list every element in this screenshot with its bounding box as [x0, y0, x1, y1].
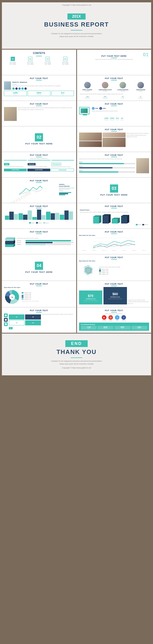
slide-11-left-text-content: eaque ipsa quae ab illo inventore verita…: [42, 314, 74, 315]
annual-sales-title: ANNUALSALES REPORT: [59, 184, 74, 188]
image-col-2: [102, 132, 126, 147]
slide-05-right-text-col: eaque ipsa quae ab illo inventore verita…: [79, 158, 135, 173]
bar-lbl-5: Column 5: [65, 220, 69, 222]
r-stat-c-2: [99, 270, 101, 272]
monitor-icon: [79, 107, 90, 114]
annual-bar-1: [59, 192, 71, 193]
slide-10-left-chart-title: Data Chart On The Years: [4, 287, 74, 288]
pie-t-2: Category 2: 20%: [24, 294, 31, 295]
r-stat-t-4: Category 4: 58%: [102, 274, 108, 275]
slides-row-8: PUT YOUR TEXT: [2, 228, 151, 254]
stat-box-1: 128K Followers: [4, 91, 27, 96]
contents-label-03: PUT YOURTEXT HERE: [44, 62, 51, 65]
ps4: 64Projects: [132, 96, 149, 98]
social-tw: t Twitter: [115, 315, 120, 322]
twitter-count: 128K: [95, 108, 98, 109]
slide-08-right: PUT YOUR TEXT Data Chart On The Years Co…: [77, 228, 151, 254]
pie-l-2: Category 2: 20%: [22, 294, 74, 295]
end-subtitle: Suitable for all categories business and…: [51, 360, 102, 366]
feature-btn-1[interactable]: LEARN MORE: [4, 168, 27, 172]
slide-09-left: 04 PUT YOUR TEXT HERE: [2, 254, 76, 281]
social-icon-1: [12, 88, 15, 90]
person-1: MARK COLEMAN Designer: [79, 82, 96, 92]
slide-01-num-badge: 01: [143, 52, 148, 58]
price-text: eaque ipsa quae ab illo inventore verita…: [128, 299, 149, 305]
feature-text-1: eaque ipsa quae ab illo inventore verita…: [4, 166, 27, 168]
slide-05-right: PUT YOUR TEXT eaque ipsa quae ab illo in…: [77, 152, 151, 178]
slide-04-right-divider: [111, 131, 117, 132]
contents-items: 01 PUT YOURTEXT HERE 02 PUT YOURTEXT HER…: [4, 57, 74, 65]
profile-area: Karen D. Johanson Designer eaque ipsa qu…: [4, 82, 74, 90]
svg-rect-12: [5, 245, 14, 247]
side-icon-3: [4, 322, 8, 326]
stat-label-3: Posts: [52, 94, 73, 95]
stat-box-2: 256K Following: [28, 91, 50, 96]
pb-label-2: Skill 02: [79, 166, 135, 167]
pie-c-5: [22, 299, 24, 300]
slide-11-left: PUT YOUR TEXT: [2, 307, 76, 333]
slide-04-right: PUT YOUR TEXT eaque ipsa quae ab illo in…: [77, 126, 151, 152]
person-2: CHRISTOPHER AUSTIN Developer: [97, 82, 114, 92]
svg-rect-0: [93, 216, 99, 224]
profile-name: Karen D. Johanson: [12, 82, 74, 83]
bar-lbl-2: Column 2: [23, 220, 27, 222]
feature-btn-3[interactable]: LEARN MORE: [51, 168, 74, 172]
legend-2: Series 2: [36, 222, 42, 224]
pb-2: Skill 02: [79, 166, 135, 168]
slide-03-left-divider: [36, 106, 42, 106]
contents-num-01: 01: [11, 57, 15, 61]
monitor-screen: [81, 108, 88, 113]
r-stat-3: Category 3: 72%: [99, 272, 149, 273]
contents-label-04: PUT YOURTEXT HERE: [62, 62, 68, 65]
pb-track-2: [79, 167, 135, 168]
slide-05-left-divider: [36, 157, 42, 157]
person-stats-row: 128KFollowers 256KFollowing 512Posts 64P…: [79, 96, 149, 98]
stat-num-1: 128K: [5, 92, 26, 94]
slide-11-left-title: PUT YOUR TEXT: [4, 309, 74, 312]
sbar-3: Stacking 3 45%: [17, 244, 74, 245]
contents-label-01: PUT YOURTEXT HERE: [10, 62, 16, 65]
contents-num-04: 04: [63, 57, 68, 61]
ps3: 512Posts: [114, 96, 132, 98]
img-4: [102, 138, 126, 147]
social-icon-2: [15, 88, 18, 90]
sbar-fill-2: [26, 242, 52, 243]
legend-3: Series 3: [43, 222, 49, 224]
slide-03-right-title: PUT YOUR TEXT: [79, 103, 149, 105]
lc-lbl-2: Column 2: [92, 250, 96, 251]
pb-fill-3: [79, 172, 118, 172]
s-val-1: 1.2M: [82, 326, 96, 328]
slide-07-right-subtitle: Detailed Project: [80, 209, 148, 211]
b-lbl-1: Followers: [104, 119, 108, 120]
sbar-fill-1: [26, 240, 71, 242]
slide-11-left-content: 01 02 03 04 05 eaque ipsa quae ab illo i…: [4, 314, 74, 330]
end-box: END: [65, 340, 88, 347]
bar-group-4: [46, 212, 59, 220]
slides-row-11: PUT YOUR TEXT: [2, 307, 151, 333]
pie-l-5: Category 5: 8%: [22, 299, 74, 300]
contents-num-02: 02: [28, 57, 32, 61]
price-desc-1: eaque ipsa quae ab illo inventore: [84, 300, 98, 301]
slide-04-left: 02 PUT YOUR TEXT HERE: [2, 126, 76, 152]
slide-08-left-title: PUT YOUR TEXT: [4, 231, 74, 233]
slide-08-right-divider: [111, 234, 117, 234]
monitor-stats-row: t 128K f 256K: [92, 107, 149, 110]
cover-year-box: 201X: [68, 14, 85, 20]
feature-text-3: eaque ipsa quae ab illo inventore verita…: [52, 166, 74, 168]
stat-num-2: 256K: [28, 92, 50, 94]
person-role-4: Designer: [138, 90, 143, 92]
slide-07-right-content: Detailed Project eaque ipsa quae ab illo…: [79, 209, 149, 224]
person-avatar-1: [84, 82, 91, 88]
s-stat-3: 456K Views: [114, 326, 130, 330]
radar-svg: [79, 262, 98, 278]
avatar-box: [4, 82, 11, 90]
persons-row: MARK COLEMAN Designer CHRISTOPHER AUSTIN…: [79, 82, 149, 92]
pb-3: Skill 03: [79, 170, 135, 172]
cover-slide: Copyright © http://www.pptstore.net 201X…: [2, 2, 151, 49]
bar-3-3: [42, 215, 46, 220]
slide-06-left: PUT YOUR TEXT ANNUALSALES REPORT eaque i…: [2, 178, 76, 203]
puzzle-area: 01 02 03 04 05: [9, 314, 41, 330]
b-val-3: 512: [116, 117, 119, 119]
feature-btn-2[interactable]: LEARN MORE: [28, 168, 50, 172]
gp-label: Google+: [109, 320, 112, 322]
